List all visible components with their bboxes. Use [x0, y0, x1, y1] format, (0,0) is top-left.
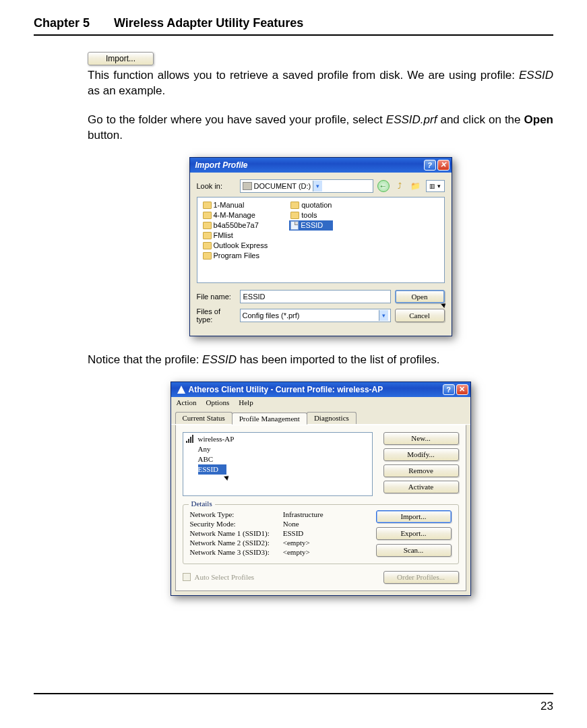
paragraph-intro: This function allows you to retrieve a s… [88, 68, 553, 99]
folder-icon [290, 202, 299, 209]
menubar: Action Options Help [171, 397, 470, 408]
list-item[interactable]: FMlist [202, 231, 270, 241]
detail-label: Network Type: [190, 510, 270, 518]
list-item[interactable]: wireless-AP [183, 434, 372, 444]
new-folder-icon[interactable]: 📁 [410, 180, 422, 192]
window-titlebar: Atheros Client Utility - Current Profile… [171, 382, 470, 397]
menu-options[interactable]: Options [206, 398, 229, 406]
folder-icon [203, 242, 212, 249]
signal-icon [186, 435, 195, 443]
detail-value: <empty> [283, 539, 323, 547]
detail-label: Network Name 3 (SSID3): [190, 548, 270, 556]
paragraph-result: Notice that the profile: ESSID has been … [88, 353, 553, 368]
look-in-value: DOCUMENT (D:) [254, 182, 311, 190]
detail-value: None [283, 520, 323, 528]
filename-label: File name: [197, 293, 236, 301]
file-list[interactable]: 1-Manual 4-M-Manage b4a550be7a7 FMlist O… [197, 197, 445, 283]
list-item[interactable]: b4a550be7a7 [202, 220, 270, 231]
tabstrip: Current Status Profile Management Diagno… [171, 408, 470, 425]
detail-value: ESSID [283, 529, 323, 537]
atheros-client-utility-window: Atheros Client Utility - Current Profile… [171, 382, 471, 596]
window-title: Atheros Client Utility - Current Profile… [189, 385, 441, 394]
import-button[interactable]: Import... [88, 52, 154, 65]
tab-current-status[interactable]: Current Status [175, 412, 233, 424]
folder-icon [290, 212, 299, 219]
detail-value: Infrastructure [283, 510, 323, 518]
chapter-number: Chapter 5 [34, 16, 90, 30]
menu-action[interactable]: Action [177, 398, 197, 406]
import-button-label: Import... [106, 54, 135, 63]
details-group: Details Network Type: Security Mode: Net… [183, 504, 459, 564]
help-button[interactable]: ? [443, 384, 455, 395]
order-profiles-button[interactable]: Order Profiles... [383, 571, 459, 584]
folder-icon [203, 202, 212, 209]
list-item[interactable]: 4-M-Manage [202, 210, 270, 220]
detail-label: Network Name 1 (SSID1): [190, 529, 270, 537]
app-icon [177, 385, 186, 394]
auto-select-label: Auto Select Profiles [195, 573, 255, 581]
list-item[interactable]: quotation [289, 200, 333, 210]
details-title: Details [189, 499, 215, 508]
folder-icon [203, 232, 212, 239]
tab-panel: wireless-AP Any ABC ESSID New... Modify.… [175, 425, 466, 591]
list-item[interactable]: Program Files [202, 251, 270, 261]
list-item-selected[interactable]: ESSID [289, 220, 333, 231]
import-profile-dialog: Import Profile ? ✕ Look in: DOCUMENT (D:… [189, 157, 452, 336]
filename-input[interactable]: ESSID [240, 290, 391, 303]
look-in-label: Look in: [197, 182, 236, 190]
look-in-dropdown[interactable]: DOCUMENT (D:) ▾ [240, 179, 373, 193]
auto-select-checkbox[interactable] [183, 573, 191, 581]
header-rule [34, 34, 553, 36]
page-number: 23 [540, 700, 553, 713]
chevron-down-icon[interactable]: ▾ [313, 181, 322, 191]
export-profile-button[interactable]: Export... [376, 527, 452, 540]
paragraph-instruction: Go to the folder where you have saved yo… [88, 113, 553, 144]
modify-button[interactable]: Modify... [383, 448, 459, 461]
list-item[interactable]: tools [289, 210, 333, 220]
folder-icon [203, 222, 212, 229]
folder-icon [203, 212, 212, 219]
detail-label: Security Mode: [190, 520, 270, 528]
import-profile-button[interactable]: Import... [376, 510, 452, 523]
close-button[interactable]: ✕ [437, 160, 450, 171]
open-button[interactable]: Open [395, 290, 445, 303]
tab-diagnostics[interactable]: Diagnostics [307, 412, 357, 424]
view-menu-icon[interactable]: ▥ ▾ [426, 180, 445, 192]
list-item[interactable]: 1-Manual [202, 200, 270, 210]
scan-button[interactable]: Scan... [376, 544, 452, 557]
menu-help[interactable]: Help [239, 398, 253, 406]
list-item[interactable]: Any [183, 444, 372, 454]
chapter-header: Chapter 5 Wireless Adapter Utility Featu… [34, 16, 553, 30]
chevron-down-icon[interactable]: ▾ [379, 310, 388, 321]
detail-value: <empty> [283, 548, 323, 556]
profile-list[interactable]: wireless-AP Any ABC ESSID [183, 432, 373, 496]
svg-marker-0 [177, 386, 185, 394]
nav-up-icon[interactable]: ⤴ [394, 180, 406, 192]
folder-icon [203, 252, 212, 260]
new-button[interactable]: New... [383, 432, 459, 445]
list-item[interactable]: ABC [183, 454, 372, 464]
filetype-dropdown[interactable]: Config files (*.prf) ▾ [240, 309, 391, 322]
remove-button[interactable]: Remove [383, 464, 459, 477]
dialog-title: Import Profile [195, 160, 423, 170]
close-button[interactable]: ✕ [456, 384, 468, 395]
tab-profile-management[interactable]: Profile Management [232, 413, 307, 425]
file-icon [290, 221, 299, 230]
detail-label: Network Name 2 (SSID2): [190, 539, 270, 547]
cancel-button[interactable]: Cancel [395, 309, 445, 322]
footer-rule [34, 693, 553, 694]
list-item[interactable]: Outlook Express [202, 241, 270, 251]
dialog-titlebar: Import Profile ? ✕ [190, 158, 452, 173]
list-item-selected[interactable]: ESSID [198, 464, 227, 475]
chapter-title: Wireless Adapter Utility Features [114, 16, 303, 30]
drive-icon [243, 182, 252, 190]
nav-back-icon[interactable]: ← [377, 180, 390, 192]
help-button[interactable]: ? [424, 160, 436, 171]
activate-button[interactable]: Activate [383, 481, 459, 493]
filetype-label: Files of type: [197, 307, 236, 324]
